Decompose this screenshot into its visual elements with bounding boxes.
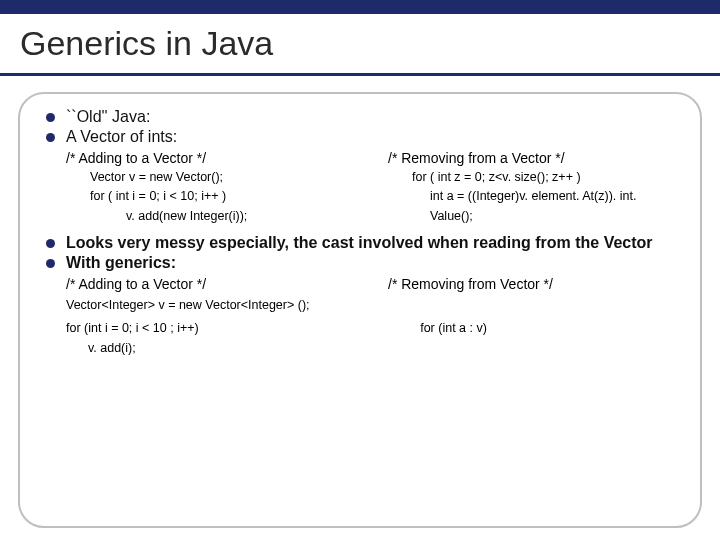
bullet-vector-of-ints: A Vector of ints: [44, 128, 682, 146]
old-remove-column: /* Removing from a Vector */ for ( int z… [360, 150, 682, 226]
generics-code-row: for (int i = 0; i < 10 ; i++) v. add(i);… [38, 318, 682, 358]
code-line: for ( int z = 0; z<v. size(); z++ ) [394, 168, 682, 187]
code-line: for ( int i = 0; i < 10; i++ ) [72, 187, 360, 206]
gen-add-comment: /* Adding to a Vector */ [66, 276, 360, 292]
bullet-list-2: Looks very messy especially, the cast in… [44, 234, 682, 272]
code-line: Vector v = new Vector(); [72, 168, 360, 187]
gen-add-code: for (int i = 0; i < 10 ; i++) v. add(i); [66, 318, 392, 358]
old-remove-code: for ( int z = 0; z<v. size(); z++ ) int … [394, 168, 682, 226]
old-add-column: /* Adding to a Vector */ Vector v = new … [38, 150, 360, 226]
code-line: for (int i = 0; i < 10 ; i++) [66, 318, 392, 338]
bullet-with-generics: With generics: [44, 254, 682, 272]
code-line: v. add(new Integer(i)); [72, 207, 360, 226]
code-line: for (int a : v) [420, 318, 682, 338]
title-divider [0, 73, 720, 76]
code-line: v. add(i); [66, 338, 392, 358]
header-bar [0, 0, 720, 14]
gen-decl-line: Vector<Integer> v = new Vector<Integer> … [66, 298, 682, 312]
content-frame: ``Old'' Java: A Vector of ints: /* Addin… [18, 92, 702, 528]
slide-title: Generics in Java [0, 14, 720, 73]
bullet-list-1: ``Old'' Java: A Vector of ints: [44, 108, 682, 146]
generics-header-row: /* Adding to a Vector */ /* Removing fro… [38, 276, 682, 294]
old-add-code: Vector v = new Vector(); for ( int i = 0… [72, 168, 360, 226]
bullet-old-java: ``Old'' Java: [44, 108, 682, 126]
old-remove-comment: /* Removing from a Vector */ [388, 150, 682, 166]
bullet-messy: Looks very messy especially, the cast in… [44, 234, 682, 252]
old-add-comment: /* Adding to a Vector */ [66, 150, 360, 166]
gen-remove-code: for (int a : v) [420, 318, 682, 338]
code-columns-old: /* Adding to a Vector */ Vector v = new … [38, 150, 682, 226]
code-line: int a = ((Integer)v. element. At(z)). in… [394, 187, 682, 226]
gen-remove-comment: /* Removing from Vector */ [388, 276, 682, 292]
